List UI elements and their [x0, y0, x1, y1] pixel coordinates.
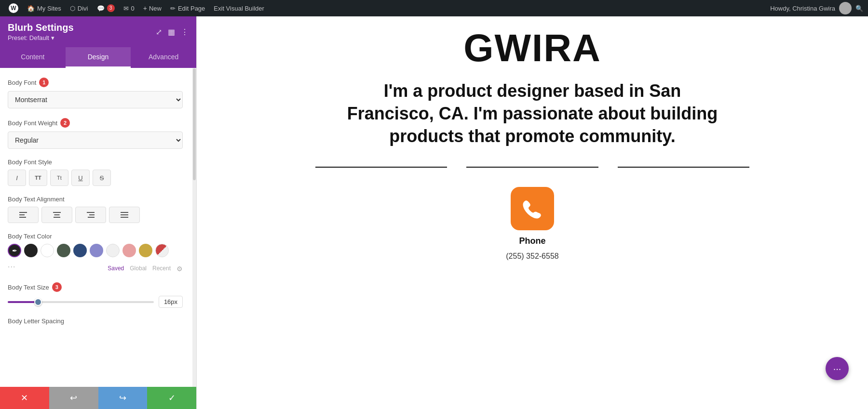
body-font-weight-group: Body Font Weight 2 Regular Bold Light — [8, 118, 183, 149]
phone-icon-wrap — [511, 187, 554, 230]
body-font-select[interactable]: Montserrat Arial Georgia — [8, 91, 183, 108]
body-text-size-track[interactable] — [8, 301, 154, 303]
undo-icon: ↩ — [70, 393, 77, 403]
svg-rect-2 — [19, 217, 26, 218]
color-swatch-white[interactable] — [41, 244, 54, 257]
body-font-style-group: Body Font Style I TT Tt U S — [8, 158, 183, 186]
home-icon: 🏠 — [27, 5, 35, 12]
svg-rect-0 — [19, 212, 27, 213]
color-swatch-pink[interactable] — [122, 244, 136, 257]
strikethrough-button[interactable]: S — [93, 170, 111, 186]
more-icon[interactable]: ⋮ — [181, 27, 189, 37]
color-swatch-light-gray[interactable] — [106, 244, 120, 257]
body-font-label: Body Font 1 — [8, 78, 183, 87]
bio-text: I'm a product designer based in San Fran… — [339, 80, 725, 147]
phone-svg — [520, 196, 545, 221]
undo-button[interactable]: ↩ — [49, 387, 98, 409]
fab-button[interactable]: ··· — [826, 357, 849, 380]
align-right-icon — [87, 212, 95, 218]
dividers-row — [315, 167, 749, 168]
color-swatch-black[interactable] — [24, 244, 38, 257]
body-text-color-label-text: Body Text Color — [8, 233, 52, 240]
slider-thumb[interactable] — [34, 298, 42, 306]
color-swatch-dark-blue[interactable] — [73, 244, 87, 257]
scrollbar-thumb[interactable] — [193, 68, 196, 180]
body-font-weight-select[interactable]: Regular Bold Light — [8, 132, 183, 149]
cancel-button[interactable]: ✕ — [0, 387, 49, 409]
maximize-icon[interactable]: ⤢ — [156, 27, 162, 37]
search-icon[interactable]: 🔍 — [855, 5, 863, 12]
body-font-weight-label: Body Font Weight 2 — [8, 118, 183, 128]
panel-title: Blurb Settings — [8, 22, 74, 33]
divi-button[interactable]: ⬡ Divi — [66, 0, 92, 16]
color-swatch-red-diagonal[interactable] — [155, 244, 169, 257]
alignment-buttons — [8, 207, 183, 223]
exit-builder-button[interactable]: Exit Visual Builder — [210, 0, 268, 16]
tab-design[interactable]: Design — [66, 47, 131, 68]
more-colors-button[interactable]: ··· — [8, 263, 15, 271]
comments-button[interactable]: 💬 3 — [93, 0, 119, 16]
recent-tab[interactable]: Recent — [152, 265, 171, 273]
align-right-button[interactable] — [75, 207, 106, 223]
body-font-weight-label-text: Body Font Weight — [8, 119, 57, 127]
messages-badge: 0 — [131, 5, 135, 12]
uppercase-button[interactable]: TT — [29, 170, 47, 186]
tab-content[interactable]: Content — [0, 47, 66, 68]
scrollbar-track[interactable] — [192, 68, 196, 387]
svg-rect-4 — [54, 214, 60, 215]
edit-page-button[interactable]: ✏ Edit Page — [166, 0, 209, 16]
panel-title-area: Blurb Settings Preset: Default ▾ — [8, 22, 74, 41]
phone-label: Phone — [519, 236, 545, 246]
svg-rect-6 — [87, 212, 95, 213]
italic-button[interactable]: I — [8, 170, 26, 186]
body-text-size-label: Body Text Size 3 — [8, 282, 183, 292]
color-settings-icon[interactable]: ⚙ — [176, 265, 183, 273]
cancel-icon: ✕ — [21, 393, 28, 403]
underline-button[interactable]: U — [71, 170, 90, 186]
comments-icon: 💬 — [97, 5, 105, 12]
columns-icon[interactable]: ▦ — [168, 27, 175, 37]
panel-tabs: Content Design Advanced — [0, 47, 196, 68]
user-greeting: Howdy, Christina Gwira — [770, 5, 835, 12]
panel-content: Body Font 1 Montserrat Arial Georgia Bod — [0, 68, 192, 387]
wp-logo-button[interactable]: W — [5, 0, 22, 16]
pencil-icon: ✏ — [170, 5, 176, 12]
body-text-alignment-group: Body Text Alignment — [8, 196, 183, 223]
align-center-button[interactable] — [41, 207, 72, 223]
panel-header: Blurb Settings Preset: Default ▾ ⤢ ▦ ⋮ — [0, 16, 196, 47]
capitalize-button[interactable]: Tt — [50, 170, 68, 186]
exit-builder-label: Exit Visual Builder — [214, 5, 264, 12]
body-letter-spacing-label: Body Letter Spacing — [8, 317, 183, 325]
color-swatch-gold[interactable] — [139, 244, 152, 257]
eyedropper-button[interactable]: ✒ — [8, 244, 21, 257]
svg-rect-8 — [88, 217, 95, 218]
my-sites-button[interactable]: 🏠 My Sites — [23, 0, 65, 16]
divi-icon: ⬡ — [70, 5, 75, 12]
redo-button[interactable]: ↪ — [98, 387, 148, 409]
settings-panel: Blurb Settings Preset: Default ▾ ⤢ ▦ ⋮ C… — [0, 16, 197, 409]
body-text-size-label-text: Body Text Size — [8, 284, 49, 291]
new-button[interactable]: + New — [139, 0, 165, 16]
body-text-size-value[interactable]: 16px — [159, 296, 183, 308]
tab-advanced[interactable]: Advanced — [131, 47, 196, 68]
body-letter-spacing-label-text: Body Letter Spacing — [8, 317, 64, 325]
align-center-icon — [53, 212, 61, 218]
step-badge-3: 3 — [52, 282, 62, 292]
user-avatar[interactable] — [839, 2, 852, 14]
align-left-button[interactable] — [8, 207, 39, 223]
color-swatch-dark-green[interactable] — [57, 244, 70, 257]
align-justify-icon — [121, 212, 128, 218]
align-justify-button[interactable] — [109, 207, 140, 223]
admin-bar: W 🏠 My Sites ⬡ Divi 💬 3 ✉ 0 + New ✏ Edit… — [0, 0, 868, 16]
messages-button[interactable]: ✉ 0 — [120, 0, 138, 16]
body-text-alignment-label: Body Text Alignment — [8, 196, 183, 203]
saved-tab[interactable]: Saved — [108, 265, 124, 273]
panel-preset[interactable]: Preset: Default ▾ — [8, 34, 74, 41]
admin-bar-right: Howdy, Christina Gwira 🔍 — [770, 2, 863, 14]
body-text-alignment-label-text: Body Text Alignment — [8, 196, 65, 203]
save-button[interactable]: ✓ — [147, 387, 196, 409]
color-swatch-lavender[interactable] — [90, 244, 103, 257]
content-area: GWIRA I'm a product designer based in Sa… — [197, 16, 868, 409]
global-tab[interactable]: Global — [130, 265, 147, 273]
svg-rect-9 — [121, 212, 128, 213]
